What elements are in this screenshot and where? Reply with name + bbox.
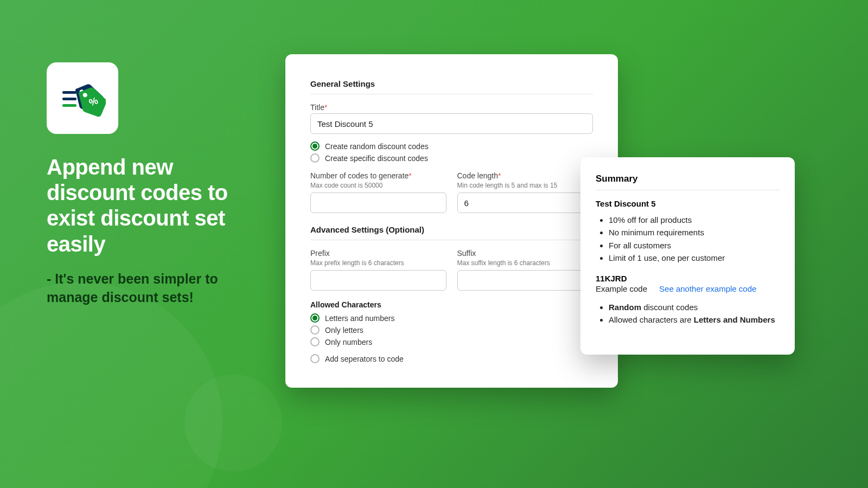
- radio-only-numbers[interactable]: Only numbers: [310, 337, 593, 346]
- num-codes-label: Number of codes to generate*: [310, 171, 446, 180]
- summary-bullet: For all customers: [609, 239, 780, 252]
- title-input[interactable]: [310, 113, 593, 134]
- example-code-row: Example code See another example code: [596, 284, 780, 293]
- summary-bullet: Random discount codes: [609, 301, 780, 313]
- radio-icon: [310, 325, 320, 335]
- bold-text: Letters and Numbers: [694, 315, 775, 324]
- radio-label: Only letters: [325, 326, 363, 335]
- code-length-input[interactable]: [457, 192, 593, 213]
- summary-heading: Summary: [596, 174, 780, 184]
- radio-icon: [310, 313, 320, 323]
- radio-label: Create specific discount codes: [325, 154, 428, 163]
- radio-label: Letters and numbers: [325, 314, 394, 323]
- radio-only-letters[interactable]: Only letters: [310, 325, 593, 335]
- radio-letters-and-numbers[interactable]: Letters and numbers: [310, 313, 593, 323]
- radio-create-random[interactable]: Create random discount codes: [310, 142, 593, 151]
- svg-rect-0: [62, 91, 76, 94]
- title-label: Title*: [310, 103, 593, 112]
- bold-text: Random: [609, 303, 641, 312]
- label-text: Number of codes to generate: [310, 171, 409, 180]
- required-asterisk: *: [409, 171, 411, 180]
- divider: [596, 190, 780, 190]
- decorative-circle: [0, 282, 222, 488]
- example-code-value: 11KJRD: [596, 274, 780, 283]
- suffix-input[interactable]: [457, 270, 593, 291]
- divider: [310, 240, 593, 240]
- checkbox-add-separators[interactable]: Add seperators to code: [310, 354, 593, 363]
- see-another-example-link[interactable]: See another example code: [659, 284, 756, 293]
- summary-bullet: Allowed characters are Letters and Numbe…: [609, 313, 780, 326]
- text: Allowed characters are: [609, 315, 694, 324]
- required-asterisk: *: [498, 171, 501, 180]
- code-length-label: Code length*: [457, 171, 593, 180]
- summary-bullet: 10% off for all products: [609, 214, 780, 226]
- summary-bullets-secondary: Random discount codes Allowed characters…: [596, 301, 780, 326]
- subheadline: - It's never been simpler to manage disc…: [47, 270, 253, 307]
- num-codes-input[interactable]: [310, 192, 446, 213]
- required-asterisk: *: [324, 103, 327, 112]
- general-settings-heading: General Settings: [310, 79, 593, 88]
- radio-icon: [310, 337, 320, 346]
- decorative-circle: [184, 374, 282, 472]
- app-logo-tile: %: [47, 62, 118, 134]
- suffix-helper: Max suffix length is 6 characters: [457, 259, 593, 267]
- num-codes-helper: Max code count is 50000: [310, 182, 446, 189]
- allowed-characters-heading: Allowed Characters: [310, 300, 593, 309]
- marketing-left-column: % Append new discount codes to exist dis…: [47, 62, 253, 306]
- prefix-input[interactable]: [310, 270, 446, 291]
- label-text: Code length: [457, 171, 499, 180]
- summary-bullet: Limit of 1 use, one per customer: [609, 252, 780, 264]
- summary-discount-name: Test Discount 5: [596, 199, 780, 208]
- prefix-helper: Max prefix length is 6 characters: [310, 259, 446, 267]
- suffix-label: Suffix: [457, 249, 593, 258]
- settings-card: General Settings Title* Create random di…: [285, 54, 618, 388]
- discount-tags-icon: %: [59, 75, 106, 121]
- checkbox-label: Add seperators to code: [325, 355, 404, 363]
- prefix-label: Prefix: [310, 249, 446, 258]
- code-length-helper: Min code length is 5 and max is 15: [457, 182, 593, 189]
- advanced-settings-heading: Advanced Settings (Optional): [310, 225, 593, 234]
- text: discount codes: [641, 303, 698, 312]
- summary-bullet: No minimum requirements: [609, 226, 780, 239]
- summary-card: Summary Test Discount 5 10% off for all …: [580, 157, 795, 355]
- summary-bullets-primary: 10% off for all products No minimum requ…: [596, 214, 780, 264]
- headline: Append new discount codes to exist disco…: [47, 155, 253, 257]
- radio-icon: [310, 153, 320, 163]
- svg-rect-2: [62, 104, 76, 107]
- radio-icon: [310, 142, 320, 151]
- title-label-text: Title: [310, 103, 324, 112]
- checkbox-icon: [310, 354, 320, 363]
- divider: [310, 94, 593, 94]
- radio-create-specific[interactable]: Create specific discount codes: [310, 153, 593, 163]
- radio-label: Create random discount codes: [325, 142, 429, 151]
- svg-rect-1: [62, 98, 76, 100]
- radio-label: Only numbers: [325, 338, 372, 346]
- example-code-label: Example code: [596, 284, 647, 293]
